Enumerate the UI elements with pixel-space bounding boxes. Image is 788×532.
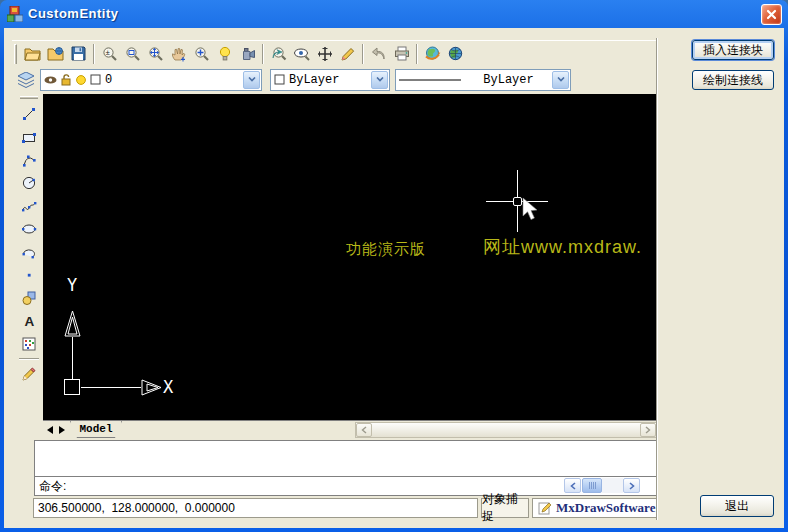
window-title: CustomEntity [28,6,119,21]
ucs-x-axis [81,387,141,388]
toolbar-separator [19,358,39,360]
color-value: ByLayer [285,73,371,87]
linetype-sample [399,78,461,82]
zoom-dynamic-icon[interactable] [190,43,213,65]
insert-block-icon[interactable] [18,287,41,309]
draw-ellipse-arc-icon[interactable] [18,241,41,263]
close-button[interactable] [761,4,782,25]
ucs-origin-box [64,379,80,395]
app-icon [7,6,23,22]
spray-icon[interactable] [236,43,259,65]
brand-panel: MxDrawSoftware [532,498,657,518]
layer-value: 0 [101,73,243,87]
brand-pencil-icon [538,501,552,515]
linetype-combo[interactable]: ByLayer [395,69,571,91]
toolbar-grip[interactable] [20,96,38,99]
osnap-toggle[interactable]: 对象捕捉 [481,498,529,518]
layer-color-swatch [90,74,101,85]
command-input-row[interactable]: 命令: [35,477,656,495]
ucs-y-arrowhead [64,310,81,338]
layer-visibility-icon [44,75,57,85]
globe-world-icon[interactable] [444,43,467,65]
preview-icon[interactable] [290,43,313,65]
toolbar-separator [416,44,418,64]
cmd-scroll-left-icon[interactable] [564,478,581,493]
erase-icon[interactable] [18,363,41,385]
layer-lock-icon [60,74,72,86]
command-panel: 命令: [34,440,657,496]
title-bar: CustomEntity [0,0,788,28]
draw-circle-icon[interactable] [18,172,41,194]
ucs-y-label: Y [67,275,77,295]
draw-ellipse-icon[interactable] [18,218,41,240]
panel-divider [656,38,658,520]
app-window: CustomEntity [0,0,788,532]
zoom-scale-icon[interactable]: ± [98,43,121,65]
print-icon[interactable] [390,43,413,65]
color-combo[interactable]: ByLayer [270,69,390,91]
zoom-window-icon[interactable] [121,43,144,65]
layer-combo[interactable]: 0 [40,69,262,91]
linetype-combo-dropdown-icon[interactable] [552,71,569,89]
insert-block-button[interactable]: 插入连接块 [692,40,774,60]
main-toolbar: ± [12,40,658,66]
draw-toolbar: A [16,93,42,425]
command-history[interactable] [35,441,656,477]
drawing-canvas[interactable]: 功能演示版 网址www.mxdraw. Y X [43,94,657,420]
save-icon[interactable] [67,43,90,65]
svg-text:±: ± [105,48,110,57]
toolbar-separator [93,44,95,64]
redline-pencil-icon[interactable] [336,43,359,65]
toolbar-separator [262,44,264,64]
toolbar-separator [362,44,364,64]
toolbar-grip[interactable] [14,44,17,64]
tab-nav-left-icon[interactable] [44,423,55,436]
mouse-cursor-icon [522,197,542,223]
cmd-scroll-track[interactable] [602,478,623,493]
linetype-value: ByLayer [461,73,552,87]
draw-hatch-icon[interactable] [18,333,41,355]
color-swatch [274,74,285,85]
layout-tab-bar: Model [43,420,657,438]
draw-point-icon[interactable] [18,264,41,286]
client-area: ± [4,28,784,528]
ucs-x-label: X [163,377,173,397]
brand-label: MxDrawSoftware [556,500,655,516]
zoom-extents-icon[interactable] [144,43,167,65]
undo-icon[interactable] [367,43,390,65]
svg-text:A: A [24,314,34,329]
coordinates-readout: 306.500000, 128.000000, 0.000000 [33,498,478,518]
pan-icon[interactable] [167,43,190,65]
command-prompt: 命令: [35,478,66,495]
properties-toolbar: 0 ByLayer ByLayer [12,67,658,92]
scroll-right-icon[interactable] [640,423,656,437]
open-url-icon[interactable] [44,43,67,65]
draw-line-icon[interactable] [18,103,41,125]
layer-combo-dropdown-icon[interactable] [243,71,260,89]
scrollbar-track[interactable] [372,423,640,437]
draw-spline-icon[interactable] [18,195,41,217]
demo-watermark-text: 功能演示版 [346,240,426,259]
tab-nav-right-icon[interactable] [56,423,67,436]
ucs-x-arrowhead [141,379,163,396]
exit-button[interactable]: 退出 [700,495,774,517]
cmd-scroll-right-icon[interactable] [623,478,640,493]
draw-text-icon[interactable]: A [18,310,41,332]
open-icon[interactable] [21,43,44,65]
color-combo-dropdown-icon[interactable] [371,71,388,89]
light-bulb-icon[interactable] [213,43,236,65]
cmd-scroll-thumb[interactable] [582,478,602,493]
draw-rectangle-icon[interactable] [18,126,41,148]
canvas-horizontal-scrollbar[interactable] [355,422,657,438]
globe-sync-icon[interactable] [421,43,444,65]
move-origin-icon[interactable] [313,43,336,65]
scroll-left-icon[interactable] [356,423,372,437]
draw-arc-icon[interactable] [18,149,41,171]
ucs-y-axis [72,337,73,382]
command-scrollbar[interactable] [564,478,640,493]
layer-on-icon [75,74,87,86]
tab-model[interactable]: Model [70,421,122,438]
zoom-previous-icon[interactable] [267,43,290,65]
draw-connector-button[interactable]: 绘制连接线 [692,70,774,90]
website-watermark-text: 网址www.mxdraw. [483,235,642,259]
